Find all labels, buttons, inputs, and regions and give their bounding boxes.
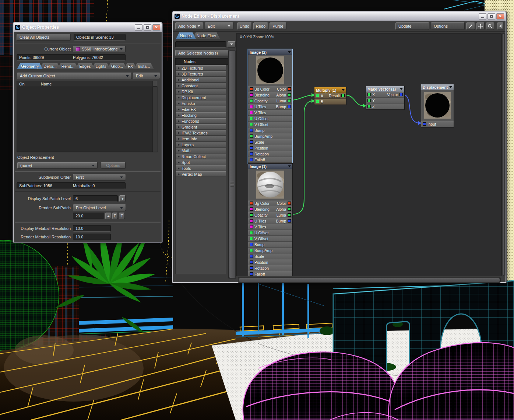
input-port[interactable] bbox=[250, 140, 253, 144]
search-dropdown-button[interactable] bbox=[228, 41, 236, 48]
node-menu-arrow-icon[interactable] bbox=[288, 165, 291, 167]
node-port-row[interactable]: V Offset bbox=[248, 122, 292, 127]
node-search-input[interactable] bbox=[175, 41, 226, 48]
library-scrollbar[interactable] bbox=[228, 50, 236, 279]
properties-tab[interactable]: Geometry bbox=[17, 63, 43, 69]
node-category[interactable]: Math bbox=[176, 148, 226, 153]
node-category[interactable]: Gradient bbox=[176, 124, 226, 130]
node-category[interactable]: FiberFX bbox=[176, 106, 226, 112]
edit-dropdown[interactable]: Edit bbox=[133, 73, 160, 79]
object-replacement-dropdown[interactable]: (none) bbox=[17, 162, 98, 169]
node-menu-arrow-icon[interactable] bbox=[449, 86, 452, 88]
node-port-row[interactable]: V Tiles bbox=[248, 110, 292, 116]
node-category[interactable]: 3D Textures bbox=[176, 71, 226, 77]
render-subpatch-dropdown[interactable]: Per Object Level bbox=[73, 204, 126, 211]
node-port-row[interactable]: Falloff bbox=[248, 157, 292, 163]
input-port[interactable] bbox=[250, 105, 253, 108]
node-category[interactable]: Functions bbox=[176, 118, 226, 124]
node-header[interactable]: Make Vector (1) bbox=[366, 86, 404, 92]
pan-button[interactable] bbox=[476, 22, 485, 30]
input-port[interactable] bbox=[316, 94, 319, 97]
output-port[interactable] bbox=[288, 207, 291, 211]
display-metaball-input[interactable]: 10.0 bbox=[73, 225, 111, 232]
node-port-row[interactable]: BumpAmp bbox=[248, 248, 292, 253]
input-port[interactable] bbox=[250, 158, 253, 161]
input-port[interactable] bbox=[250, 213, 253, 217]
node-port-row[interactable]: B bbox=[314, 99, 346, 105]
properties-tab[interactable]: Defor... bbox=[39, 63, 60, 69]
node-port-row[interactable]: Blending Alpha bbox=[248, 206, 292, 212]
edit-dropdown[interactable]: Edit bbox=[205, 22, 233, 30]
properties-tab[interactable]: Edges bbox=[75, 63, 95, 69]
object-properties-window[interactable]: Object Properties ✕ Clear All Objects Ob… bbox=[13, 22, 162, 242]
render-metaball-input[interactable]: 10.0 bbox=[73, 234, 111, 240]
subdivision-order-dropdown[interactable]: First bbox=[73, 174, 126, 181]
node-header[interactable]: Displacement bbox=[421, 84, 454, 90]
input-port[interactable] bbox=[250, 123, 253, 126]
maximize-button[interactable] bbox=[144, 24, 151, 31]
input-port[interactable] bbox=[367, 99, 371, 102]
input-port[interactable] bbox=[250, 202, 253, 205]
node-category[interactable]: Eurisko bbox=[176, 101, 226, 106]
node-port-row[interactable]: Scale bbox=[248, 253, 292, 259]
node-category[interactable]: Additional bbox=[176, 77, 226, 83]
editor-tab[interactable]: Node Flow bbox=[193, 32, 220, 39]
output-port[interactable] bbox=[288, 219, 291, 223]
node-header[interactable]: Image (2) bbox=[248, 49, 292, 55]
update-button[interactable]: Update bbox=[395, 22, 429, 30]
scrollbar-thumb[interactable] bbox=[239, 278, 500, 282]
editor-tab[interactable]: Nodes bbox=[176, 32, 196, 39]
input-port[interactable] bbox=[250, 243, 253, 246]
node-port-row[interactable]: U Offset bbox=[248, 230, 292, 236]
node-port-row[interactable]: Opacity Luma bbox=[248, 98, 292, 104]
options-button[interactable]: Options bbox=[431, 22, 465, 30]
node-category[interactable]: Vertex Map bbox=[176, 171, 226, 177]
collapse-panel-button[interactable] bbox=[497, 22, 503, 30]
input-port[interactable] bbox=[250, 231, 253, 234]
node-category[interactable]: Layers bbox=[176, 142, 226, 147]
properties-tab[interactable]: Glob... bbox=[107, 63, 127, 69]
node-port-row[interactable]: Bg Color Color bbox=[248, 86, 292, 92]
output-port[interactable] bbox=[288, 213, 291, 217]
input-port[interactable] bbox=[250, 207, 253, 211]
node-editor-titlebar[interactable]: Node Editor - Displacement ✕ bbox=[173, 12, 506, 21]
node-port-row[interactable]: V Offset bbox=[248, 236, 292, 242]
node-port-row[interactable]: V Tiles bbox=[248, 224, 292, 230]
node-port-row[interactable]: BumpAmp bbox=[248, 133, 292, 139]
node-port-row[interactable]: U Tiles Bump bbox=[248, 218, 292, 224]
input-port[interactable] bbox=[423, 122, 426, 126]
add-node-dropdown[interactable]: Add Node bbox=[175, 22, 203, 30]
node-header[interactable]: Image (1) bbox=[248, 164, 292, 169]
wire-makevector-to-displacement-input[interactable] bbox=[403, 94, 419, 123]
add-selected-nodes-button[interactable]: Add Selected Node(s) bbox=[175, 50, 236, 56]
node-category[interactable]: Spot bbox=[176, 160, 226, 165]
node-port-row[interactable]: U Offset bbox=[248, 116, 292, 122]
node-port-row[interactable]: Input bbox=[421, 121, 454, 127]
wire-image1-luma-to-multiply-b[interactable] bbox=[291, 101, 313, 214]
node-category[interactable]: 2D Textures bbox=[176, 65, 226, 71]
undo-button[interactable]: Undo bbox=[237, 22, 252, 30]
input-port[interactable] bbox=[250, 111, 253, 114]
input-port[interactable] bbox=[250, 272, 253, 276]
node-port-row[interactable]: A Result bbox=[314, 93, 346, 99]
display-subpatch-input[interactable]: 6 bbox=[73, 195, 118, 202]
input-port[interactable] bbox=[250, 129, 253, 132]
node-image-2[interactable]: Image (2) Bg Color Color bbox=[248, 49, 293, 163]
display-subpatch-stepper[interactable]: ◂▸ bbox=[119, 195, 126, 202]
wire-image2-luma-to-multiply-a[interactable] bbox=[291, 95, 313, 100]
node-multiply[interactable]: Multiply (1) A Result B bbox=[314, 87, 346, 105]
render-subpatch-stepper[interactable]: ◂▸ bbox=[105, 213, 111, 219]
node-category[interactable]: Rman Collect bbox=[176, 154, 226, 159]
envelope-button[interactable]: E bbox=[112, 213, 118, 219]
node-port-row[interactable]: Bg Color Color bbox=[248, 200, 292, 206]
node-category[interactable]: Tools bbox=[176, 165, 226, 171]
node-category[interactable]: Displacement bbox=[176, 95, 226, 100]
input-port[interactable] bbox=[367, 105, 371, 108]
input-port[interactable] bbox=[250, 219, 253, 223]
output-port[interactable] bbox=[399, 93, 403, 96]
node-menu-arrow-icon[interactable] bbox=[288, 51, 291, 53]
node-port-row[interactable]: Z bbox=[366, 104, 404, 109]
scrollbar-thumb[interactable] bbox=[502, 34, 505, 276]
current-object-dropdown[interactable]: S560_Interior:Stone_... bbox=[73, 46, 126, 52]
input-port[interactable] bbox=[250, 117, 253, 120]
